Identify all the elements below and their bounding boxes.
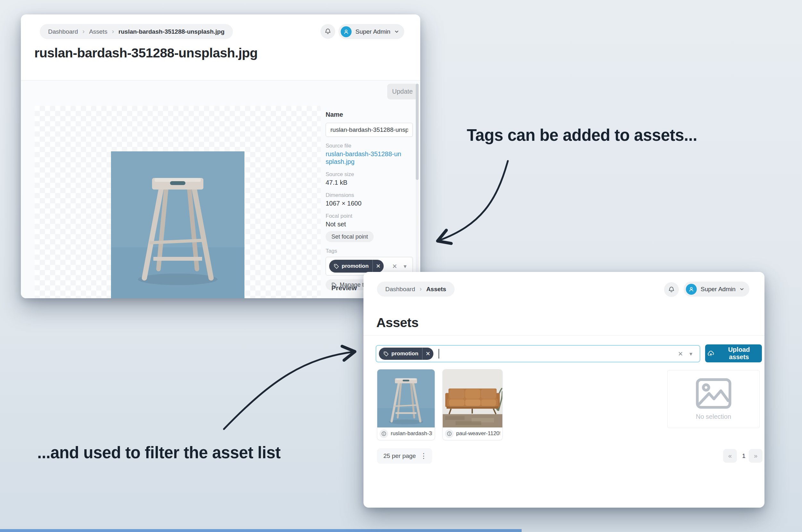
avatar	[686, 284, 697, 295]
notifications-button[interactable]	[664, 282, 679, 297]
annotation-filter-note: ...and used to filter the asset list	[37, 443, 281, 462]
bell-icon	[324, 27, 332, 35]
remove-tag-button[interactable]: ✕	[422, 348, 433, 360]
breadcrumb-current-file: ruslan-bardash-351288-unsplash.jpg	[118, 28, 225, 35]
arrow-to-tags-field	[439, 161, 508, 241]
scrollbar-thumb[interactable]	[416, 84, 418, 180]
asset-filename: ruslan-bardash-351288-unsplash.jpg	[391, 430, 432, 437]
no-selection-label: No selection	[696, 413, 731, 420]
asset-preview-image	[111, 151, 244, 298]
focal-point-label: Focal point	[325, 213, 413, 219]
info-icon	[381, 431, 387, 436]
asset-card-stool[interactable]: ruslan-bardash-351288-unsplash.jpg	[377, 369, 435, 440]
tag-icon	[334, 264, 339, 269]
person-icon	[342, 28, 350, 35]
set-focal-point-button[interactable]: Set focal point	[325, 231, 374, 242]
tags-label: Tags	[325, 248, 413, 254]
asset-info-button[interactable]	[379, 430, 388, 438]
avatar	[341, 26, 352, 37]
breadcrumb-assets: Assets	[426, 286, 446, 293]
asset-card-footer: paul-weaver-11205	[443, 428, 502, 440]
tag-chip-promotion: promotion ✕	[329, 260, 384, 272]
chevron-down-icon	[740, 287, 744, 291]
arrow-to-filter-input	[224, 352, 354, 429]
asset-filename: paul-weaver-11205	[456, 430, 500, 437]
bell-icon	[668, 286, 675, 293]
tag-chip-label: promotion	[342, 263, 369, 269]
tag-icon	[384, 351, 389, 357]
name-label: Name	[325, 111, 413, 118]
source-size-label: Source size	[325, 171, 413, 178]
asset-detail-body: Update Name Source file ruslan-bardash-3…	[21, 80, 420, 298]
asset-thumbnail	[443, 369, 502, 428]
asset-thumbnail	[377, 369, 435, 428]
tag-filter-input[interactable]: promotion ✕ ✕ ▼	[376, 345, 700, 362]
source-file-label: Source file	[325, 143, 413, 149]
breadcrumb-dashboard[interactable]: Dashboard	[48, 28, 78, 35]
source-size-value: 47.1 kB	[325, 179, 413, 186]
cloud-upload-icon	[707, 349, 715, 358]
kebab-menu-icon[interactable]: ⋮	[420, 453, 427, 459]
pagination-current-page[interactable]: 1	[739, 449, 749, 463]
pagination-next-button[interactable]: »	[749, 449, 763, 463]
asset-fields-panel: Name Source file ruslan-bardash-351288-u…	[325, 111, 413, 290]
per-page-selector[interactable]: 25 per page ⋮	[377, 448, 432, 464]
dimensions-label: Dimensions	[325, 192, 413, 198]
tags-dropdown-caret-icon[interactable]: ▼	[403, 264, 407, 269]
chevron-down-icon	[394, 29, 399, 34]
header-divider	[363, 336, 764, 336]
focal-point-value: Not set	[325, 221, 413, 228]
asset-info-button[interactable]	[445, 430, 454, 438]
asset-preview-area	[35, 106, 321, 298]
info-icon	[447, 431, 452, 436]
user-name: Super Admin	[701, 286, 735, 293]
filter-dropdown-caret-icon[interactable]: ▼	[688, 351, 693, 357]
breadcrumb-assets[interactable]: Assets	[89, 28, 108, 35]
name-input[interactable]	[325, 123, 413, 137]
asset-card-couch[interactable]: paul-weaver-11205	[442, 369, 503, 440]
tag-chip-promotion: promotion ✕	[379, 348, 433, 360]
no-selection-panel: No selection	[667, 370, 760, 428]
notifications-button[interactable]	[320, 24, 335, 39]
asset-card-footer: ruslan-bardash-351288-unsplash.jpg	[377, 428, 435, 440]
video-progress-bar	[0, 529, 522, 532]
image-placeholder-icon	[695, 378, 732, 409]
dimensions-value: 1067 × 1600	[325, 200, 413, 207]
breadcrumb: Dashboard › Assets	[377, 282, 454, 297]
upload-assets-button[interactable]: Upload assets	[705, 344, 762, 362]
per-page-label: 25 per page	[384, 453, 416, 459]
tag-chip-label: promotion	[391, 350, 418, 357]
source-file-link[interactable]: ruslan-bardash-351288-unsplash.jpg	[325, 150, 403, 166]
user-menu[interactable]: Super Admin	[338, 24, 404, 39]
remove-tag-button[interactable]: ✕	[372, 260, 384, 272]
asset-detail-window: Dashboard › Assets › ruslan-bardash-3512…	[21, 15, 420, 298]
update-button[interactable]: Update	[387, 84, 418, 99]
pagination-prev-button[interactable]: «	[723, 449, 737, 463]
preview-section-heading: Preview	[331, 284, 357, 292]
assets-list-window: Dashboard › Assets Super Admin Assets pr…	[363, 272, 764, 508]
page-title: Assets	[376, 315, 418, 330]
user-name: Super Admin	[355, 28, 390, 35]
breadcrumb: Dashboard › Assets › ruslan-bardash-3512…	[40, 24, 233, 39]
breadcrumb-separator-icon: ›	[82, 27, 85, 35]
person-icon	[688, 286, 695, 293]
breadcrumb-separator-icon: ›	[419, 285, 422, 292]
clear-tags-button[interactable]: ✕	[392, 263, 397, 270]
upload-assets-label: Upload assets	[718, 346, 760, 361]
breadcrumb-separator-icon: ›	[112, 27, 114, 35]
user-menu[interactable]: Super Admin	[684, 282, 749, 297]
page-title: ruslan-bardash-351288-unsplash.jpg	[34, 45, 258, 61]
text-cursor	[439, 349, 439, 359]
clear-filter-button[interactable]: ✕	[678, 350, 683, 358]
breadcrumb-dashboard[interactable]: Dashboard	[385, 286, 415, 293]
annotation-tags-note: Tags can be added to assets...	[467, 126, 697, 145]
